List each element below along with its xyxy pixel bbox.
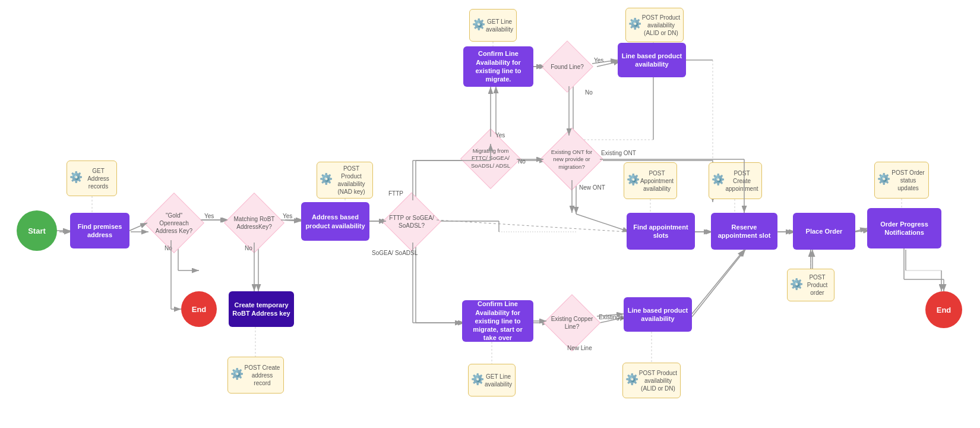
order-progress-node: Order Progress Notifications [867, 208, 941, 248]
post-appt-avail-api: ⚙️ POST Appointment availability [624, 162, 677, 199]
post-product-alid-top-api: ⚙️ POST Product availability (ALID or DN… [625, 8, 684, 42]
gear-icon-3: ⚙️ [230, 367, 244, 381]
gold-key-yes-label: Yes [204, 213, 214, 219]
migrating-no-label: No [518, 158, 526, 165]
fttp-sogea-diamond: FTTP or SoGEA/ SoADSL? [386, 199, 437, 244]
confirm-line-bot-node: Confirm Line Availability for existing l… [462, 300, 533, 342]
gear-icon-7: ⚙️ [712, 173, 725, 187]
gold-key-no-label: No [165, 245, 172, 251]
svg-line-56 [855, 228, 867, 231]
gear-icon-1: ⚙️ [69, 171, 83, 184]
gear-icon-9: ⚙️ [877, 172, 890, 186]
new-line-label: New Line [567, 345, 592, 351]
line-based-bot-node: Line based product availability [624, 297, 692, 332]
post-product-nad-api: ⚙️ POST Product availability (NAD key) [317, 162, 373, 199]
gear-icon-4: ⚙️ [472, 18, 485, 32]
reserve-appt-node: Reserve appointment slot [711, 213, 777, 250]
existing-ont-diamond: Existing ONT for new provide or migratio… [543, 136, 600, 182]
post-product-alid-bot-api: ⚙️ POST Product availability (ALID or DN… [622, 363, 681, 398]
line-based-top-node: Line based product availability [618, 43, 686, 77]
end-node-1: End [181, 291, 217, 327]
found-line-yes-label: Yes [594, 57, 603, 64]
flowchart-canvas: Start Find premises address "Gold" Openr… [0, 0, 980, 428]
gold-key-diamond: "Gold" Openreach Address Key? [147, 202, 201, 244]
matching-robt-yes-label: Yes [283, 213, 292, 219]
post-product-order-api: ⚙️ POST Product order [787, 269, 834, 301]
gear-icon-6: ⚙️ [627, 173, 640, 187]
existing-copper-diamond: Existing Copper Line? [546, 302, 597, 344]
matching-robt-no-label: No [245, 245, 252, 251]
gear-icon-10: ⚙️ [471, 373, 484, 386]
svg-line-39 [692, 250, 745, 317]
gear-icon-5: ⚙️ [628, 17, 641, 31]
post-create-address-api: ⚙️ POST Create address record [227, 357, 284, 394]
end-node-2: End [925, 291, 962, 328]
svg-line-85 [692, 250, 744, 314]
get-line-top-api: ⚙️ GET Line availability [469, 9, 517, 42]
fttp-label: FTTP [388, 190, 403, 197]
gear-icon-11: ⚙️ [625, 373, 638, 386]
post-create-appt-api: ⚙️ POST Create appointment [709, 162, 762, 199]
migrating-yes-label: Yes [495, 132, 505, 139]
confirm-line-top-node: Confirm Line Availability for existing l… [463, 46, 533, 87]
get-line-bot-api: ⚙️ GET Line availability [468, 364, 516, 396]
new-ont-label: New ONT [579, 184, 605, 191]
sogea-label: SoGEA/ SoADSL [372, 250, 418, 256]
place-order-node: Place Order [793, 213, 855, 250]
existing-ont-label: Existing ONT [601, 150, 636, 156]
get-address-api: ⚙️ GET Address records [67, 160, 117, 196]
create-temp-robt-node: Create temporary RoBT Address key [229, 291, 294, 327]
address-based-node: Address based product availability [301, 202, 369, 241]
find-premises-node: Find premises address [70, 213, 129, 248]
svg-line-72 [281, 220, 301, 221]
post-order-status-api: ⚙️ POST Order status updates [874, 162, 929, 199]
gear-icon-8: ⚙️ [790, 278, 803, 291]
found-line-diamond: Found Line? [543, 46, 591, 87]
migrating-fttc-diamond: Migrating from FTTC/ SoGEA/ SoADSL/ ADSL [464, 136, 517, 182]
find-appt-node: Find appointment slots [627, 213, 695, 250]
matching-robt-diamond: Matching RoBT AddressKey? [227, 202, 281, 244]
gear-icon-2: ⚙️ [320, 172, 333, 186]
svg-line-36 [576, 214, 630, 232]
svg-line-82 [437, 220, 627, 232]
start-node: Start [17, 210, 57, 251]
found-line-no-label: No [585, 89, 593, 96]
